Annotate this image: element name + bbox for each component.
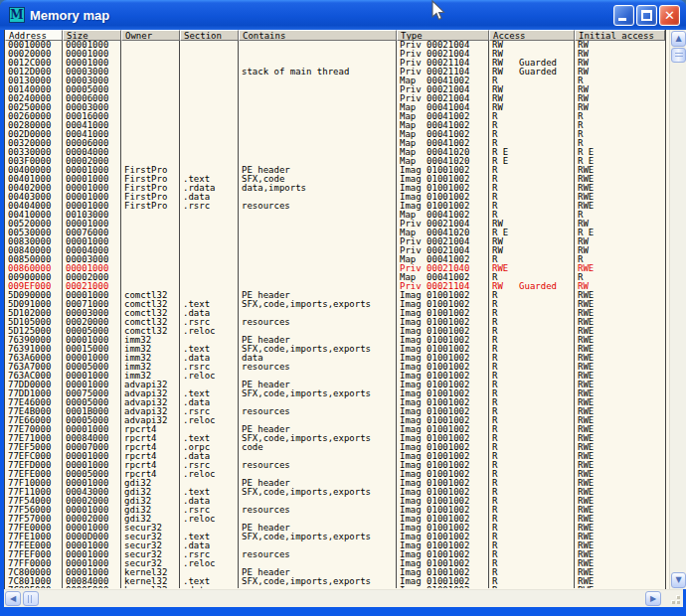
table-row[interactable]: 77FEE00000001000secur32.dataImag 0100100… [5, 541, 665, 550]
vertical-scrollbar[interactable]: ▲ ▼ [669, 30, 686, 589]
scroll-up-button[interactable]: ▲ [671, 31, 686, 47]
cell-access: R [489, 255, 575, 264]
table-row[interactable]: 0012D00000003000stack of main threadPriv… [5, 68, 665, 77]
table-row[interactable]: 7C88500000005000kernel32.dataImag 010010… [5, 586, 665, 588]
table-row[interactable]: 7639000000001000imm32PE headerImag 01001… [5, 336, 665, 345]
column-header-contains[interactable]: Contains [239, 30, 397, 41]
column-header-size[interactable]: Size [63, 30, 121, 41]
table-row[interactable]: 0040200000001000FirstPro.rdatadata,impor… [5, 184, 665, 193]
table-row[interactable]: 0026000000016000Map 00041002RR [5, 112, 665, 121]
cell-section [180, 524, 239, 533]
table-row[interactable]: 77E6600000005000advapi32.relocImag 01001… [5, 416, 665, 425]
table-row[interactable]: 0002000000001000Priv 00021004RWRW [5, 50, 665, 59]
table-row[interactable]: 77E7000000001000rpcrt4PE headerImag 0100… [5, 425, 665, 434]
table-row[interactable]: 763A700000005000imm32.rsrcresourcesImag … [5, 363, 665, 372]
table-row[interactable]: 0040100000001000FirstPro.textSFX,codeIma… [5, 175, 665, 184]
cell-owner [121, 121, 180, 130]
table-row[interactable]: 0028000000041000Map 00041002RR [5, 121, 665, 130]
scroll-down-button[interactable]: ▼ [671, 572, 686, 588]
cell-owner: rpcrt4 [121, 461, 180, 470]
table-row[interactable]: 0084000000004000Priv 00021004RWRW [5, 246, 665, 255]
table-row[interactable]: 0025000000003000Map 00041004RWRW [5, 103, 665, 112]
table-row[interactable]: 7639100000015000imm32.textSFX,code,impor… [5, 345, 665, 354]
table-row[interactable]: 0090000000002000Map 00041002RR [5, 273, 665, 282]
table-row[interactable]: 0033000000004000Map 00041020R ER E [5, 148, 665, 157]
table-row[interactable]: 5D09100000071000comctl32.textSFX,code,im… [5, 300, 665, 309]
cell-type: Imag 01001002 [397, 300, 489, 309]
horizontal-scrollbar[interactable]: ◀ ▶ [4, 589, 683, 607]
column-header-section[interactable]: Section [180, 30, 239, 41]
table-row[interactable]: 77FE10000000D000secur32.textSFX,code,imp… [5, 533, 665, 541]
cell-owner: gdi32 [121, 515, 180, 524]
minimize-button[interactable] [613, 5, 634, 26]
cell-section: .data [180, 497, 239, 506]
table-row[interactable]: 763AC00000001000imm32.relocImag 01001002… [5, 372, 665, 381]
table-row[interactable]: 0001000000001000Priv 00021004RWRW [5, 41, 665, 50]
scroll-left-button[interactable]: ◀ [5, 591, 21, 606]
table-row[interactable]: 77FE000000001000secur32PE headerImag 010… [5, 524, 665, 533]
table-row[interactable]: 0032000000006000Map 00041002RR [5, 139, 665, 148]
cell-initial-access: RW [575, 103, 665, 112]
table-row[interactable]: 77DD000000001000advapi32PE headerImag 01… [5, 381, 665, 389]
cell-contains: data,imports [239, 184, 397, 193]
maximize-button[interactable] [636, 5, 657, 26]
column-header-initial-access[interactable]: Initial access [575, 30, 665, 41]
table-row[interactable]: 009EF00000021000Priv 00021104RW GuardedR… [5, 282, 665, 291]
cell-access: R [489, 273, 575, 282]
table-row[interactable]: 0012C00000001000Priv 00021104RW GuardedR… [5, 59, 665, 68]
cell-type: Priv 00021004 [397, 41, 489, 50]
table-row[interactable]: 77E7100000084000rpcrt4.textSFX,code,impo… [5, 434, 665, 443]
cell-contains [239, 309, 397, 318]
table-row[interactable]: 77F5700000002000gdi32.relocImag 01001002… [5, 515, 665, 524]
table-row[interactable]: 5D10200000003000comctl32.dataImag 010010… [5, 309, 665, 318]
table-row[interactable]: 0083000000001000Priv 00021004RWRW [5, 237, 665, 246]
table-row[interactable]: 77E4B0000001B000advapi32.rsrcresourcesIm… [5, 407, 665, 416]
resize-grip[interactable] [665, 591, 682, 606]
table-row[interactable]: 77EFC00000001000rpcrt4.dataImag 01001002… [5, 452, 665, 461]
table-row[interactable]: 7C80100000084000kernel32.textSFX,code,im… [5, 577, 665, 586]
close-button[interactable]: ✕ [659, 5, 680, 26]
table-row[interactable]: 0086000000001000Priv 00021040RWERWE [5, 264, 665, 273]
table-row[interactable]: 77F1000000001000gdi32PE headerImag 01001… [5, 479, 665, 488]
table-row[interactable]: 77FF000000001000secur32.relocImag 010010… [5, 559, 665, 568]
column-header-owner[interactable]: Owner [121, 30, 180, 41]
vertical-scroll-thumb[interactable] [671, 48, 686, 63]
table-row[interactable]: 5D09000000001000comctl32PE headerImag 01… [5, 291, 665, 300]
table-row[interactable]: 0040400000001000FirstPro.rsrcresourcesIm… [5, 202, 665, 211]
table-row[interactable]: 77EFE00000005000rpcrt4.relocImag 0100100… [5, 470, 665, 479]
column-header-type[interactable]: Type [397, 30, 489, 41]
table-row[interactable]: 77F5400000002000gdi32.dataImag 01001002R… [5, 497, 665, 506]
column-header-access[interactable]: Access [489, 30, 575, 41]
table-row[interactable]: 002D000000041000Map 00041002RR [5, 130, 665, 139]
cell-section: .data [180, 354, 239, 363]
table-row[interactable]: 003F000000002000Map 00041020R ER E [5, 157, 665, 166]
table-row[interactable]: 0013000000003000Map 00041002RR [5, 77, 665, 85]
table-row[interactable]: 77EFD00000001000rpcrt4.rsrcresourcesImag… [5, 461, 665, 470]
table-row[interactable]: 5D10500000020000comctl32.rsrcresourcesIm… [5, 318, 665, 327]
cell-section: .reloc [180, 470, 239, 479]
table-row[interactable]: 77E4600000005000advapi32.dataImag 010010… [5, 398, 665, 407]
column-header-address[interactable]: Address [5, 30, 63, 41]
table-row[interactable]: 77EF500000007000rpcrt4.orpccodeImag 0100… [5, 443, 665, 452]
table-row[interactable]: 77FEF00000001000secur32.rsrcresourcesIma… [5, 550, 665, 559]
cell-initial-access: RWE [575, 524, 665, 533]
memory-map-icon[interactable]: M [9, 7, 25, 23]
table-row[interactable]: 77F5600000001000gdi32.rsrcresourcesImag … [5, 506, 665, 515]
table-row[interactable]: 763A600000001000imm32.datadataImag 01001… [5, 354, 665, 363]
table-row[interactable]: 77F1100000043000gdi32.textSFX,code,impor… [5, 488, 665, 497]
table-row[interactable]: 0024000000006000Priv 00021004RWRW [5, 94, 665, 103]
table-row[interactable]: 0085000000003000Map 00041002RR [5, 255, 665, 264]
table-row[interactable]: 77DD100000075000advapi32.textSFX,code,im… [5, 389, 665, 398]
scroll-right-button[interactable]: ▶ [645, 591, 661, 606]
table-row[interactable]: 0040000000001000FirstProPE headerImag 01… [5, 166, 665, 175]
table-row[interactable]: 5D12500000005000comctl32.relocImag 01001… [5, 327, 665, 336]
cell-contains [239, 211, 397, 220]
table-row[interactable]: 0041000000103000Map 00041002RR [5, 211, 665, 220]
table-row[interactable]: 7C80000000001000kernel32PE headerImag 01… [5, 568, 665, 577]
table-row[interactable]: 0053000000076000Map 00041020R ER E [5, 229, 665, 237]
table-row[interactable]: 0052000000001000Priv 00021004RWRW [5, 220, 665, 229]
horizontal-scroll-thumb[interactable] [23, 591, 39, 606]
table-row[interactable]: 0014000000005000Priv 00021004RWRW [5, 85, 665, 94]
table-row[interactable]: 0040300000001000FirstPro.dataImag 010010… [5, 193, 665, 202]
titlebar[interactable]: M Memory map ✕ [0, 0, 686, 30]
